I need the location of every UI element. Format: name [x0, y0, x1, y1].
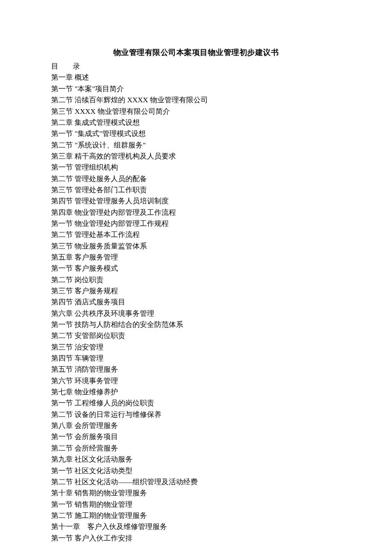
toc-line: 第一节 "集成式"管理模式设想 [51, 128, 341, 139]
toc-label: 目 录 [51, 61, 341, 72]
toc-line: 第十章 销售期的物业管理服务 [51, 488, 341, 499]
toc-line: 第二节 社区文化活动——组织管理及活动经费 [51, 477, 341, 488]
toc-line: 第三节 XXXX 物业管理有限公司简介 [51, 106, 341, 117]
toc-line: 第二节 管理处基本工作流程 [51, 229, 341, 240]
toc-line: 第一节 客户入伙工作安排 [51, 533, 341, 544]
toc-line: 第一节 社区文化活动类型 [51, 465, 341, 477]
toc-line: 第二节 会所经营服务 [51, 443, 341, 454]
toc-line: 第五章 客户服务管理 [51, 252, 341, 263]
toc-line: 第一节 工程维修人员的岗位职责 [51, 398, 341, 409]
toc-line: 第三节 客户服务规程 [51, 286, 341, 297]
toc-line: 第一节 销售期的物业管理 [51, 499, 341, 510]
toc-line: 第二节 安管部岗位职责 [51, 330, 341, 341]
toc-line: 第二节 "系统设计、组群服务" [51, 140, 341, 151]
toc-line: 第二章 集成式管理模式设想 [51, 117, 341, 128]
toc-line: 第一节 客户服务模式 [51, 263, 341, 274]
toc-line: 第三节 物业服务质量监管体系 [51, 241, 341, 252]
toc-line: 第八章 会所管理服务 [51, 420, 341, 431]
toc-line: 第七章 物业维修养护 [51, 387, 341, 398]
document-title: 物业管理有限公司本案项目物业管理初步建议书 [51, 47, 341, 58]
toc-line: 第五节 消防管理服务 [51, 364, 341, 375]
toc-line: 第六节 环境事务管理 [51, 376, 341, 387]
toc-line: 第三章 精干高效的管理机构及人员要求 [51, 151, 341, 162]
toc-line: 第二节 管理处服务人员的配备 [51, 173, 341, 185]
toc-line: 第十一章 客户入伙及维修管理服务 [51, 521, 341, 532]
toc-line: 第一节 管理组织机构 [51, 162, 341, 173]
toc-line: 第二节 岗位职责 [51, 275, 341, 286]
toc-line: 第九章 社区文化活动服务 [51, 454, 341, 465]
toc-line: 第四节 酒店式服务项目 [51, 297, 341, 308]
toc-line: 第六章 公共秩序及环境事务管理 [51, 308, 341, 319]
document-page: 物业管理有限公司本案项目物业管理初步建议书 目 录 第一章 概述第一节 "本案"… [0, 0, 392, 555]
toc-line: 第一节 技防与人防相结合的安全防范体系 [51, 319, 341, 330]
toc-line: 第四节 车辆管理 [51, 353, 341, 364]
toc-line: 第三节 管理处各部门工作职责 [51, 185, 341, 196]
toc-line: 第一章 概述 [51, 72, 341, 83]
toc-line: 第四章 物业管理处内部管理及工作流程 [51, 207, 341, 218]
toc-line: 第一节 物业管理处内部管理工作规程 [51, 218, 341, 229]
toc-line: 第二节 设备的日常运行与维修保养 [51, 409, 341, 420]
toc-line: 第三节 治安管理 [51, 342, 341, 353]
toc-line: 第一节 会所服务项目 [51, 431, 341, 442]
toc-line: 第二节 施工期的物业管理服务 [51, 510, 341, 521]
toc-line: 第二节 沿续百年辉煌的 XXXX 物业管理有限公司 [51, 95, 341, 106]
toc-line: 第一节 "本案"项目简介 [51, 84, 341, 95]
toc-line: 第四节 管理处管理服务人员培训制度 [51, 196, 341, 207]
toc-container: 第一章 概述第一节 "本案"项目简介第二节 沿续百年辉煌的 XXXX 物业管理有… [51, 72, 341, 543]
